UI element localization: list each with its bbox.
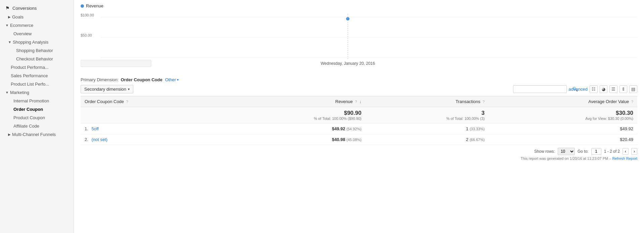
col-revenue[interactable]: Revenue ? ↓ xyxy=(218,96,366,107)
col-order-coupon-code-help-icon[interactable]: ? xyxy=(126,100,128,104)
secondary-dim-arrow-icon: ▾ xyxy=(128,87,130,91)
sidebar-conversions-header[interactable]: ⚑ Conversions xyxy=(0,3,74,13)
main-content: Revenue $100.00 $50.00 Wednesday, Januar… xyxy=(74,0,644,233)
chart-area: Revenue $100.00 $50.00 Wednesday, Januar… xyxy=(81,3,637,74)
row2-transactions-cell: 2 (66.67%) xyxy=(365,134,489,145)
row2-transactions-value: 2 xyxy=(466,137,468,142)
data-table: Order Coupon Code ? Revenue ? ↓ Transact… xyxy=(81,96,637,145)
total-label-cell xyxy=(81,107,218,124)
toolbar-row: Secondary dimension ▾ 🔍 advanced ☷ ◕ ☰ ⇕… xyxy=(81,85,637,93)
row2-revenue-cell: $40.98 (45.08%) xyxy=(218,134,366,145)
sidebar-item-multi-channel-funnels[interactable]: ▶ Multi-Channel Funnels xyxy=(0,130,74,139)
prev-page-button[interactable]: ‹ xyxy=(623,148,629,155)
row2-aov-value: $20.49 xyxy=(620,137,633,142)
col-revenue-help-icon[interactable]: ? xyxy=(355,100,357,104)
row2-coupon-cell: 2. (not set) xyxy=(81,134,218,145)
row2-transactions-pct: (66.67%) xyxy=(470,138,485,142)
search-input[interactable] xyxy=(516,87,572,92)
col-transactions-help-icon[interactable]: ? xyxy=(482,100,485,104)
total-transactions-value: 3 xyxy=(369,110,485,116)
sidebar-item-internal-promotion[interactable]: Internal Promotion xyxy=(0,97,74,105)
sidebar-item-checkout-behavior[interactable]: Checkout Behavior xyxy=(0,55,74,63)
pie-view-button[interactable]: ◕ xyxy=(600,85,607,93)
sidebar-item-order-coupon[interactable]: Order Coupon xyxy=(0,105,74,113)
page-info: 1 - 2 of 2 xyxy=(604,149,620,154)
table-view-button[interactable]: ▤ xyxy=(629,85,637,93)
total-transactions-sub: % of Total: 100.00% (3) xyxy=(369,116,485,121)
other-chevron-icon: ▾ xyxy=(177,78,179,82)
sidebar-item-affiliate-code[interactable]: Affiliate Code xyxy=(0,122,74,130)
total-aov-value: $30.30 xyxy=(493,110,633,116)
col-transactions[interactable]: Transactions ? xyxy=(365,96,489,107)
sidebar-item-product-list-performance[interactable]: Product List Perfo... xyxy=(0,80,74,88)
row2-num: 2. xyxy=(85,137,88,142)
flag-icon: ⚑ xyxy=(5,5,10,11)
sidebar-conversions-label: Conversions xyxy=(12,6,37,11)
primary-dimension-label: Primary Dimension: xyxy=(81,77,119,82)
show-rows-label: Show rows: xyxy=(534,149,555,154)
row1-coupon-link[interactable]: 5off xyxy=(91,126,98,131)
chevron-right-icon: ▶ xyxy=(8,15,11,19)
col-avg-order-value[interactable]: Average Order Value ? xyxy=(489,96,637,107)
total-transactions-cell: 3 % of Total: 100.00% (3) xyxy=(365,107,489,124)
row1-transactions-cell: 1 (33.33%) xyxy=(365,124,489,134)
chevron-right-icon: ▶ xyxy=(8,133,11,136)
revenue-legend-dot xyxy=(81,4,84,8)
total-aov-cell: $30.30 Avg for View: $30.30 (0.00%) xyxy=(489,107,637,124)
sidebar: ⚑ Conversions ▶ Goals ▼ Ecommerce Overvi… xyxy=(0,0,74,233)
sidebar-item-product-performance[interactable]: Product Performa... xyxy=(0,63,74,72)
secondary-dimension-button[interactable]: Secondary dimension ▾ xyxy=(81,85,133,93)
chevron-down-icon: ▼ xyxy=(5,24,9,27)
rows-per-page-select[interactable]: 10 25 50 100 xyxy=(558,148,575,155)
sidebar-item-sales-performance[interactable]: Sales Performance xyxy=(0,72,74,80)
toolbar-right: 🔍 advanced ☷ ◕ ☰ ⇕ ▤ xyxy=(513,85,637,93)
filter-button[interactable]: ⇕ xyxy=(619,85,627,93)
sidebar-item-product-coupon[interactable]: Product Coupon xyxy=(0,113,74,122)
next-page-button[interactable]: › xyxy=(631,148,637,155)
row1-revenue-cell: $49.92 (54.92%) xyxy=(218,124,366,134)
col-avg-order-value-help-icon[interactable]: ? xyxy=(631,100,633,104)
list-view-button[interactable]: ☰ xyxy=(609,85,617,93)
report-footer: This report was generated on 1/20/16 at … xyxy=(81,156,637,160)
sidebar-item-shopping-behavior[interactable]: Shopping Behavior xyxy=(0,46,74,55)
chart-svg: $100.00 $50.00 Wednesday, January 20, 20… xyxy=(81,10,637,69)
col-order-coupon-code[interactable]: Order Coupon Code ? xyxy=(81,96,218,107)
total-revenue-cell: $90.90 % of Total: 100.00% ($90.90) xyxy=(218,107,366,124)
grid-view-button[interactable]: ☷ xyxy=(590,85,598,93)
primary-dimension-row: Primary Dimension: Order Coupon Code Oth… xyxy=(81,77,637,82)
sidebar-item-overview[interactable]: Overview xyxy=(0,30,74,38)
total-row: $90.90 % of Total: 100.00% ($90.90) 3 % … xyxy=(81,107,637,124)
sidebar-item-marketing[interactable]: ▼ Marketing xyxy=(0,88,74,97)
row2-revenue-pct: (45.08%) xyxy=(347,138,362,142)
table-row: 1. 5off $49.92 (54.92%) 1 (33.33%) $49.9… xyxy=(81,124,637,134)
sidebar-item-ecommerce[interactable]: ▼ Ecommerce xyxy=(0,21,74,30)
primary-dimension-active[interactable]: Order Coupon Code xyxy=(121,77,162,82)
y-label-100: $100.00 xyxy=(81,13,94,17)
row1-aov-value: $49.92 xyxy=(620,126,633,131)
refresh-report-link[interactable]: Refresh Report xyxy=(612,156,637,160)
row1-revenue-pct: (54.92%) xyxy=(347,127,362,131)
total-revenue-sub: % of Total: 100.00% ($90.90) xyxy=(222,116,362,121)
row2-coupon-link[interactable]: (not set) xyxy=(91,137,107,142)
total-revenue-value: $90.90 xyxy=(222,110,362,116)
total-aov-sub: Avg for View: $30.30 (0.00%) xyxy=(493,116,633,121)
sidebar-item-goals[interactable]: ▶ Goals xyxy=(0,13,74,21)
sidebar-item-shopping-analysis[interactable]: ▼ Shopping Analysis xyxy=(0,38,74,46)
y-label-50: $50.00 xyxy=(81,33,92,37)
revenue-legend-label: Revenue xyxy=(86,3,103,8)
row1-transactions-pct: (33.33%) xyxy=(470,127,485,131)
chart-legend: Revenue xyxy=(81,3,637,8)
table-footer: Show rows: 10 25 50 100 Go to: 1 - 2 of … xyxy=(81,148,637,155)
row2-revenue-value: $40.98 xyxy=(332,137,345,142)
chevron-down-icon: ▼ xyxy=(5,91,9,94)
date-label-box xyxy=(81,60,151,67)
row1-transactions-value: 1 xyxy=(466,126,468,131)
search-box: 🔍 xyxy=(513,85,567,93)
row1-revenue-value: $49.92 xyxy=(332,126,345,131)
advanced-link[interactable]: advanced xyxy=(569,87,588,92)
sort-desc-icon: ↓ xyxy=(359,99,362,104)
row2-aov-cell: $20.49 xyxy=(489,134,637,145)
goto-page-input[interactable] xyxy=(591,148,601,155)
primary-dimension-other[interactable]: Other ▾ xyxy=(165,77,179,82)
table-row: 2. (not set) $40.98 (45.08%) 2 (66.67%) … xyxy=(81,134,637,145)
